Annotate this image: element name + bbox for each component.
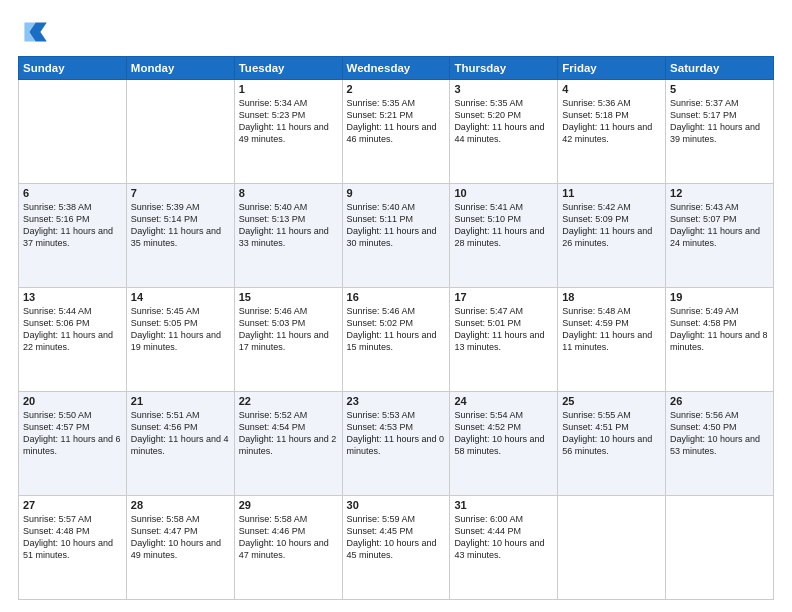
week-row-2: 6Sunrise: 5:38 AM Sunset: 5:16 PM Daylig…	[19, 184, 774, 288]
calendar-cell	[558, 496, 666, 600]
day-number: 14	[131, 291, 230, 303]
day-number: 16	[347, 291, 446, 303]
day-info: Sunrise: 5:49 AM Sunset: 4:58 PM Dayligh…	[670, 305, 769, 354]
day-number: 2	[347, 83, 446, 95]
calendar-cell: 21Sunrise: 5:51 AM Sunset: 4:56 PM Dayli…	[126, 392, 234, 496]
calendar-cell: 2Sunrise: 5:35 AM Sunset: 5:21 PM Daylig…	[342, 80, 450, 184]
week-row-4: 20Sunrise: 5:50 AM Sunset: 4:57 PM Dayli…	[19, 392, 774, 496]
calendar-table: SundayMondayTuesdayWednesdayThursdayFrid…	[18, 56, 774, 600]
calendar-cell: 16Sunrise: 5:46 AM Sunset: 5:02 PM Dayli…	[342, 288, 450, 392]
day-info: Sunrise: 5:59 AM Sunset: 4:45 PM Dayligh…	[347, 513, 446, 562]
day-info: Sunrise: 5:36 AM Sunset: 5:18 PM Dayligh…	[562, 97, 661, 146]
header-row: SundayMondayTuesdayWednesdayThursdayFrid…	[19, 57, 774, 80]
day-info: Sunrise: 5:45 AM Sunset: 5:05 PM Dayligh…	[131, 305, 230, 354]
day-number: 23	[347, 395, 446, 407]
col-header-sunday: Sunday	[19, 57, 127, 80]
calendar-cell: 9Sunrise: 5:40 AM Sunset: 5:11 PM Daylig…	[342, 184, 450, 288]
day-info: Sunrise: 5:39 AM Sunset: 5:14 PM Dayligh…	[131, 201, 230, 250]
calendar-cell: 19Sunrise: 5:49 AM Sunset: 4:58 PM Dayli…	[666, 288, 774, 392]
col-header-monday: Monday	[126, 57, 234, 80]
day-number: 11	[562, 187, 661, 199]
day-info: Sunrise: 5:46 AM Sunset: 5:02 PM Dayligh…	[347, 305, 446, 354]
day-number: 25	[562, 395, 661, 407]
calendar-cell: 17Sunrise: 5:47 AM Sunset: 5:01 PM Dayli…	[450, 288, 558, 392]
calendar-cell: 7Sunrise: 5:39 AM Sunset: 5:14 PM Daylig…	[126, 184, 234, 288]
col-header-friday: Friday	[558, 57, 666, 80]
day-info: Sunrise: 5:57 AM Sunset: 4:48 PM Dayligh…	[23, 513, 122, 562]
day-number: 24	[454, 395, 553, 407]
day-number: 6	[23, 187, 122, 199]
day-info: Sunrise: 6:00 AM Sunset: 4:44 PM Dayligh…	[454, 513, 553, 562]
day-number: 1	[239, 83, 338, 95]
day-number: 8	[239, 187, 338, 199]
calendar-cell: 1Sunrise: 5:34 AM Sunset: 5:23 PM Daylig…	[234, 80, 342, 184]
calendar-cell: 8Sunrise: 5:40 AM Sunset: 5:13 PM Daylig…	[234, 184, 342, 288]
calendar-cell: 31Sunrise: 6:00 AM Sunset: 4:44 PM Dayli…	[450, 496, 558, 600]
calendar-cell	[666, 496, 774, 600]
day-info: Sunrise: 5:47 AM Sunset: 5:01 PM Dayligh…	[454, 305, 553, 354]
day-number: 13	[23, 291, 122, 303]
day-info: Sunrise: 5:55 AM Sunset: 4:51 PM Dayligh…	[562, 409, 661, 458]
day-number: 9	[347, 187, 446, 199]
calendar-cell	[19, 80, 127, 184]
calendar-cell: 25Sunrise: 5:55 AM Sunset: 4:51 PM Dayli…	[558, 392, 666, 496]
calendar-cell: 4Sunrise: 5:36 AM Sunset: 5:18 PM Daylig…	[558, 80, 666, 184]
day-number: 5	[670, 83, 769, 95]
day-info: Sunrise: 5:54 AM Sunset: 4:52 PM Dayligh…	[454, 409, 553, 458]
calendar-cell: 30Sunrise: 5:59 AM Sunset: 4:45 PM Dayli…	[342, 496, 450, 600]
day-info: Sunrise: 5:35 AM Sunset: 5:20 PM Dayligh…	[454, 97, 553, 146]
calendar-cell: 5Sunrise: 5:37 AM Sunset: 5:17 PM Daylig…	[666, 80, 774, 184]
calendar-cell: 11Sunrise: 5:42 AM Sunset: 5:09 PM Dayli…	[558, 184, 666, 288]
day-number: 27	[23, 499, 122, 511]
col-header-tuesday: Tuesday	[234, 57, 342, 80]
day-info: Sunrise: 5:40 AM Sunset: 5:13 PM Dayligh…	[239, 201, 338, 250]
day-number: 21	[131, 395, 230, 407]
calendar-cell: 18Sunrise: 5:48 AM Sunset: 4:59 PM Dayli…	[558, 288, 666, 392]
calendar-cell: 29Sunrise: 5:58 AM Sunset: 4:46 PM Dayli…	[234, 496, 342, 600]
day-info: Sunrise: 5:58 AM Sunset: 4:46 PM Dayligh…	[239, 513, 338, 562]
day-info: Sunrise: 5:51 AM Sunset: 4:56 PM Dayligh…	[131, 409, 230, 458]
calendar-cell: 22Sunrise: 5:52 AM Sunset: 4:54 PM Dayli…	[234, 392, 342, 496]
day-info: Sunrise: 5:48 AM Sunset: 4:59 PM Dayligh…	[562, 305, 661, 354]
logo	[18, 16, 54, 48]
day-number: 18	[562, 291, 661, 303]
calendar-cell: 15Sunrise: 5:46 AM Sunset: 5:03 PM Dayli…	[234, 288, 342, 392]
day-info: Sunrise: 5:34 AM Sunset: 5:23 PM Dayligh…	[239, 97, 338, 146]
day-info: Sunrise: 5:38 AM Sunset: 5:16 PM Dayligh…	[23, 201, 122, 250]
calendar-cell: 27Sunrise: 5:57 AM Sunset: 4:48 PM Dayli…	[19, 496, 127, 600]
day-number: 4	[562, 83, 661, 95]
calendar-cell: 12Sunrise: 5:43 AM Sunset: 5:07 PM Dayli…	[666, 184, 774, 288]
calendar-cell: 23Sunrise: 5:53 AM Sunset: 4:53 PM Dayli…	[342, 392, 450, 496]
day-info: Sunrise: 5:53 AM Sunset: 4:53 PM Dayligh…	[347, 409, 446, 458]
day-info: Sunrise: 5:37 AM Sunset: 5:17 PM Dayligh…	[670, 97, 769, 146]
day-number: 30	[347, 499, 446, 511]
calendar-cell: 14Sunrise: 5:45 AM Sunset: 5:05 PM Dayli…	[126, 288, 234, 392]
week-row-5: 27Sunrise: 5:57 AM Sunset: 4:48 PM Dayli…	[19, 496, 774, 600]
calendar-cell: 28Sunrise: 5:58 AM Sunset: 4:47 PM Dayli…	[126, 496, 234, 600]
day-number: 22	[239, 395, 338, 407]
day-number: 26	[670, 395, 769, 407]
day-info: Sunrise: 5:50 AM Sunset: 4:57 PM Dayligh…	[23, 409, 122, 458]
col-header-thursday: Thursday	[450, 57, 558, 80]
page: SundayMondayTuesdayWednesdayThursdayFrid…	[0, 0, 792, 612]
day-info: Sunrise: 5:41 AM Sunset: 5:10 PM Dayligh…	[454, 201, 553, 250]
day-number: 15	[239, 291, 338, 303]
calendar-cell: 20Sunrise: 5:50 AM Sunset: 4:57 PM Dayli…	[19, 392, 127, 496]
day-number: 29	[239, 499, 338, 511]
day-info: Sunrise: 5:44 AM Sunset: 5:06 PM Dayligh…	[23, 305, 122, 354]
day-info: Sunrise: 5:58 AM Sunset: 4:47 PM Dayligh…	[131, 513, 230, 562]
day-number: 20	[23, 395, 122, 407]
calendar-cell: 26Sunrise: 5:56 AM Sunset: 4:50 PM Dayli…	[666, 392, 774, 496]
logo-icon	[18, 16, 50, 48]
day-info: Sunrise: 5:42 AM Sunset: 5:09 PM Dayligh…	[562, 201, 661, 250]
calendar-cell: 3Sunrise: 5:35 AM Sunset: 5:20 PM Daylig…	[450, 80, 558, 184]
calendar-cell: 10Sunrise: 5:41 AM Sunset: 5:10 PM Dayli…	[450, 184, 558, 288]
day-info: Sunrise: 5:35 AM Sunset: 5:21 PM Dayligh…	[347, 97, 446, 146]
day-number: 12	[670, 187, 769, 199]
calendar-cell: 24Sunrise: 5:54 AM Sunset: 4:52 PM Dayli…	[450, 392, 558, 496]
calendar-cell: 6Sunrise: 5:38 AM Sunset: 5:16 PM Daylig…	[19, 184, 127, 288]
day-info: Sunrise: 5:52 AM Sunset: 4:54 PM Dayligh…	[239, 409, 338, 458]
day-number: 28	[131, 499, 230, 511]
day-info: Sunrise: 5:40 AM Sunset: 5:11 PM Dayligh…	[347, 201, 446, 250]
day-number: 19	[670, 291, 769, 303]
